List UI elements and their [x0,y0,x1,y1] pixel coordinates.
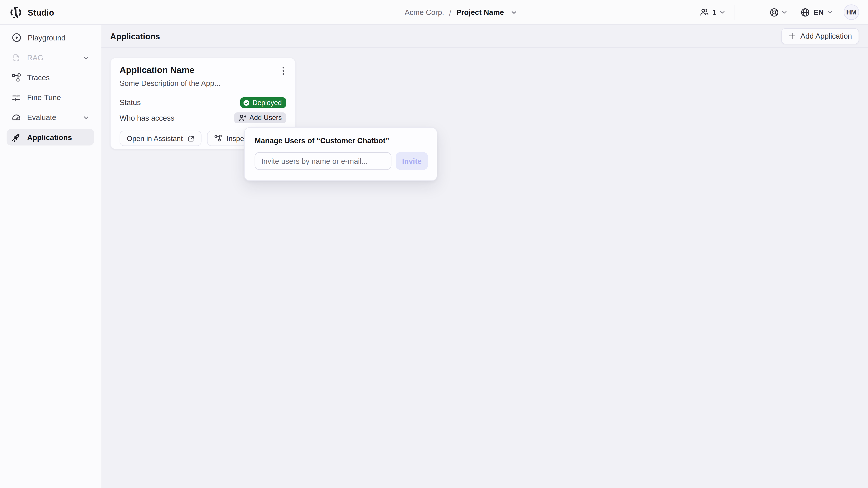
gauge-icon [11,112,21,122]
invite-button[interactable]: Invite [396,152,428,170]
avatar[interactable]: HM [844,4,859,20]
popover-title: Manage Users of “Customer Chatbot” [255,137,428,145]
brand[interactable]: Studio [9,5,54,19]
top-header: Studio Acme Corp. / Project Name [0,0,868,25]
status-label: Status [120,98,141,107]
members-chevron-down-icon [720,9,725,15]
application-name: Application Name [120,65,194,75]
page-header: Applications Add Application [101,25,868,47]
sidebar-item-label: Traces [27,73,50,82]
sidebar-item-rag[interactable]: RAG [6,49,94,66]
external-link-icon [187,135,194,142]
check-circle-icon [243,99,250,106]
sidebar-item-label: Fine-Tune [27,93,61,102]
sidebar-item-fine-tune[interactable]: Fine-Tune [6,89,94,105]
access-label: Who has access [120,113,175,122]
breadcrumb: Acme Corp. / Project Name [405,0,517,25]
add-users-label: Add Users [250,114,282,122]
members-dropdown[interactable]: 1 [700,7,725,17]
rag-chevron-down-icon [83,55,89,61]
header-right: 1 [700,4,859,20]
members-count: 1 [712,8,716,17]
traces-icon [214,134,222,142]
breadcrumb-org[interactable]: Acme Corp. [405,8,444,17]
status-badge-label: Deployed [252,99,282,106]
language-label: EN [813,8,824,17]
avatar-initials: HM [846,8,857,16]
add-application-label: Add Application [800,32,852,40]
project-chevron-down-icon[interactable] [511,9,518,15]
traces-icon [11,73,21,82]
add-application-button[interactable]: Add Application [781,28,859,44]
evaluate-chevron-down-icon [83,114,89,121]
sidebar-item-traces[interactable]: Traces [6,69,94,86]
application-description: Some Description of the App... [120,79,286,88]
open-in-assistant-button[interactable]: Open in Assistant [120,131,202,146]
studio-app: Studio Acme Corp. / Project Name [0,0,868,488]
open-in-assistant-label: Open in Assistant [127,134,183,142]
lifebuoy-icon [770,7,779,17]
status-badge: Deployed [240,97,286,108]
globe-icon [801,7,810,17]
sidebar-item-label: Evaluate [27,113,56,122]
sidebar: Playground RAG [0,25,101,488]
sidebar-item-label: Playground [28,33,65,42]
support-dropdown[interactable] [770,7,787,17]
kebab-menu-icon[interactable] [281,65,286,76]
breadcrumb-project[interactable]: Project Name [456,8,504,17]
sidebar-item-label: Applications [27,133,72,141]
rocket-icon [11,133,21,142]
invite-users-input[interactable] [255,152,392,170]
support-chevron-down-icon [782,9,787,15]
manage-users-popover: Manage Users of “Customer Chatbot” Invit… [244,127,437,181]
page-title: Applications [110,31,160,41]
document-split-icon [11,53,21,62]
sidebar-item-applications[interactable]: Applications [6,129,94,145]
language-dropdown[interactable]: EN [801,7,833,17]
sidebar-item-label: RAG [27,53,43,62]
breadcrumb-separator: / [449,8,452,17]
studio-logo-icon [9,5,23,19]
main-content: Applications Add Application Application… [101,25,868,488]
users-icon [700,7,709,17]
add-users-button[interactable]: Add Users [234,112,286,123]
plus-icon [788,32,796,40]
user-plus-icon [239,114,246,122]
header-divider [735,5,735,20]
language-chevron-down-icon [827,9,833,15]
app-title: Studio [28,7,54,17]
sidebar-item-evaluate[interactable]: Evaluate [6,109,94,125]
sidebar-item-playground[interactable]: Playground [6,29,94,46]
sliders-icon [11,93,21,102]
play-circle-icon [11,33,22,42]
